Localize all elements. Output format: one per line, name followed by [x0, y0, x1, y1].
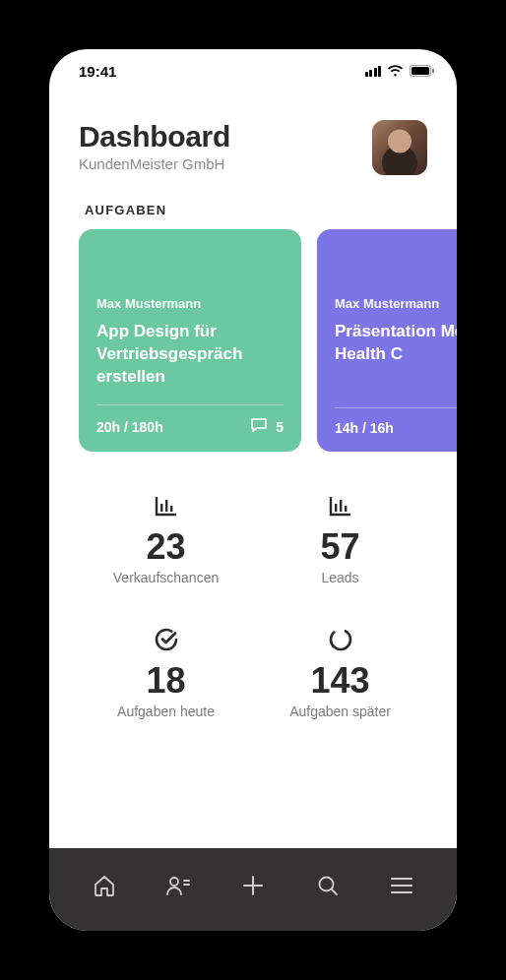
stat-label: Aufgaben heute: [117, 704, 215, 719]
task-time: 20h / 180h: [96, 419, 163, 435]
dashboard-header: Dashboard KundenMeister GmbH: [49, 120, 457, 175]
svg-rect-6: [335, 504, 337, 512]
task-title: App Design für Vertriebsgespräch erstell…: [96, 321, 284, 404]
avatar[interactable]: [372, 120, 427, 175]
nav-search[interactable]: [306, 866, 349, 909]
nav-menu[interactable]: [380, 866, 423, 909]
nav-add[interactable]: [231, 866, 275, 909]
task-comments-count: 5: [276, 419, 284, 435]
header-text: Dashboard KundenMeister GmbH: [79, 120, 230, 172]
bar-chart-icon: [154, 491, 179, 521]
task-time: 14h / 16h: [335, 420, 394, 436]
stat-leads[interactable]: 57 Leads: [253, 491, 427, 585]
check-circle-icon: [153, 625, 180, 654]
task-title: Präsentation Medical Health C: [335, 321, 457, 407]
menu-icon: [391, 878, 412, 897]
svg-rect-8: [345, 506, 347, 512]
stats-grid: 23 Verkaufschancen 57 Leads 18 Aufgaben …: [49, 491, 457, 719]
svg-rect-3: [160, 504, 162, 512]
task-card[interactable]: Max Mustermann App Design für Vertriebsg…: [79, 229, 301, 452]
home-icon: [93, 874, 116, 901]
stat-value: 57: [320, 526, 359, 568]
task-assignee: Max Mustermann: [96, 296, 284, 311]
svg-point-9: [327, 626, 353, 652]
plus-icon: [242, 875, 264, 900]
status-bar: 19:41: [49, 49, 457, 92]
task-comments[interactable]: 5: [250, 417, 284, 436]
svg-point-10: [170, 878, 178, 886]
svg-rect-5: [170, 506, 172, 512]
stat-value: 23: [146, 526, 185, 568]
search-icon: [316, 874, 340, 901]
page-title: Dashboard: [79, 120, 230, 153]
task-assignee: Max Mustermann: [335, 296, 457, 311]
task-card[interactable]: Max Mustermann Präsentation Medical Heal…: [317, 229, 457, 452]
bar-chart-icon: [328, 491, 353, 521]
stat-label: Verkaufschancen: [113, 570, 219, 585]
stat-label: Leads: [321, 570, 358, 585]
cellular-signal-icon: [365, 66, 382, 77]
svg-rect-1: [411, 67, 429, 75]
main-content: Dashboard KundenMeister GmbH AUFGABEN Ma…: [49, 92, 457, 848]
task-footer: 20h / 180h 5: [96, 404, 284, 436]
stat-aufgaben-spaeter[interactable]: 143 Aufgaben später: [253, 625, 427, 719]
svg-rect-2: [432, 69, 434, 74]
tasks-section-label: AUFGABEN: [49, 203, 457, 217]
page-subtitle: KundenMeister GmbH: [79, 155, 230, 172]
task-footer: 14h / 16h: [335, 407, 457, 436]
user-add-icon: [165, 874, 191, 901]
battery-icon: [410, 65, 435, 77]
nav-user-add[interactable]: [157, 866, 200, 909]
stat-aufgaben-heute[interactable]: 18 Aufgaben heute: [79, 625, 253, 719]
wifi-icon: [387, 65, 404, 77]
stat-value: 18: [146, 660, 185, 702]
bottom-nav: [49, 848, 457, 931]
svg-rect-7: [340, 500, 342, 512]
stat-label: Aufgaben später: [289, 704, 391, 719]
status-indicators: [365, 65, 436, 77]
stat-value: 143: [310, 660, 369, 702]
comment-icon: [250, 417, 268, 436]
progress-circle-icon: [327, 625, 354, 654]
phone-frame: 19:41 Dashboard KundenMeister GmbH AUFGA…: [49, 49, 457, 931]
nav-home[interactable]: [83, 866, 126, 909]
svg-rect-4: [165, 500, 167, 512]
stat-verkaufschancen[interactable]: 23 Verkaufschancen: [79, 491, 253, 585]
status-time: 19:41: [79, 63, 116, 80]
task-cards-row[interactable]: Max Mustermann App Design für Vertriebsg…: [49, 229, 457, 452]
